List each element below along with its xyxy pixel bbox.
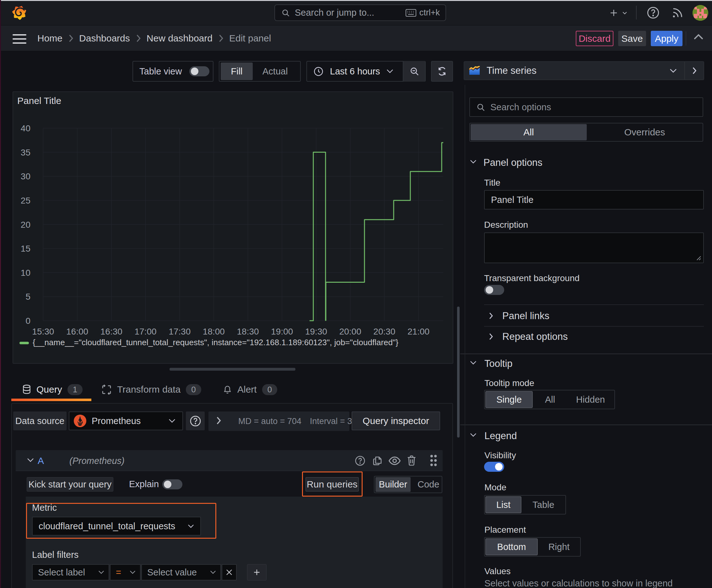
svg-text:30: 30	[21, 171, 30, 181]
svg-text:18:00: 18:00	[203, 327, 225, 336]
svg-text:17:30: 17:30	[169, 327, 191, 336]
svg-text:17:00: 17:00	[134, 327, 156, 336]
svg-text:{__name__="cloudflared_tunnel_: {__name__="cloudflared_tunnel_total_requ…	[33, 338, 398, 347]
svg-text:35: 35	[21, 148, 30, 158]
svg-text:5: 5	[25, 292, 30, 301]
svg-text:10: 10	[21, 268, 30, 278]
svg-text:19:30: 19:30	[305, 327, 327, 336]
svg-text:20:30: 20:30	[373, 327, 395, 336]
svg-text:40: 40	[21, 123, 30, 133]
svg-text:20: 20	[21, 220, 30, 230]
svg-text:15: 15	[21, 244, 30, 253]
svg-text:16:30: 16:30	[101, 327, 123, 336]
svg-text:19:00: 19:00	[271, 327, 293, 336]
svg-text:16:00: 16:00	[66, 327, 88, 336]
svg-text:20:00: 20:00	[339, 327, 361, 336]
svg-text:0: 0	[25, 316, 30, 326]
svg-text:21:00: 21:00	[408, 327, 429, 336]
svg-text:18:30: 18:30	[237, 327, 259, 336]
svg-text:25: 25	[21, 196, 30, 205]
svg-text:15:30: 15:30	[32, 327, 54, 336]
